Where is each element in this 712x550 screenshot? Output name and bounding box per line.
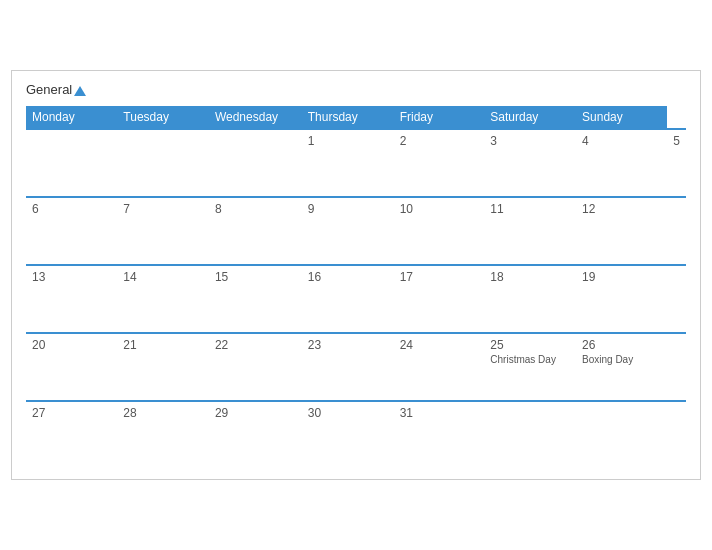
calendar-cell: 14 (117, 265, 209, 333)
weekday-header-tuesday: Tuesday (117, 106, 209, 129)
calendar-cell: 4 (576, 129, 667, 197)
day-number: 1 (308, 134, 388, 148)
calendar-cell: 2 (394, 129, 485, 197)
weekday-header-wednesday: Wednesday (209, 106, 302, 129)
day-number: 20 (32, 338, 111, 352)
week-row-0: 12345 (26, 129, 686, 197)
weekday-header-row: MondayTuesdayWednesdayThursdayFridaySatu… (26, 106, 686, 129)
event-label: Christmas Day (490, 354, 570, 365)
calendar-cell: 5 (667, 129, 686, 197)
day-number: 3 (490, 134, 570, 148)
calendar-header: General (26, 83, 686, 97)
day-number: 2 (400, 134, 479, 148)
day-number: 4 (582, 134, 661, 148)
day-number: 7 (123, 202, 203, 216)
event-label: Boxing Day (582, 354, 661, 365)
week-row-1: 6789101112 (26, 197, 686, 265)
calendar-cell (117, 129, 209, 197)
day-number: 28 (123, 406, 203, 420)
calendar-cell: 19 (576, 265, 667, 333)
logo-general-text: General (26, 83, 86, 97)
calendar-cell (484, 401, 576, 469)
day-number: 16 (308, 270, 388, 284)
day-number: 9 (308, 202, 388, 216)
calendar-cell: 11 (484, 197, 576, 265)
day-number: 8 (215, 202, 296, 216)
calendar-cell: 27 (26, 401, 117, 469)
calendar-cell: 7 (117, 197, 209, 265)
calendar-cell: 28 (117, 401, 209, 469)
calendar-cell: 13 (26, 265, 117, 333)
calendar-cell (26, 129, 117, 197)
weekday-header-thursday: Thursday (302, 106, 394, 129)
calendar-cell (209, 129, 302, 197)
day-number: 5 (673, 134, 680, 148)
day-number: 14 (123, 270, 203, 284)
day-number: 10 (400, 202, 479, 216)
week-row-4: 2728293031 (26, 401, 686, 469)
day-number: 30 (308, 406, 388, 420)
logo-area: General (26, 83, 86, 97)
day-number: 26 (582, 338, 661, 352)
day-number: 25 (490, 338, 570, 352)
calendar-cell: 29 (209, 401, 302, 469)
weekday-header-sunday: Sunday (576, 106, 667, 129)
week-row-2: 13141516171819 (26, 265, 686, 333)
calendar-cell (576, 401, 667, 469)
logo-triangle-icon (74, 86, 86, 96)
day-number: 24 (400, 338, 479, 352)
calendar-cell: 23 (302, 333, 394, 401)
day-number: 12 (582, 202, 661, 216)
weekday-header-saturday: Saturday (484, 106, 576, 129)
day-number: 6 (32, 202, 111, 216)
day-number: 27 (32, 406, 111, 420)
calendar-cell: 8 (209, 197, 302, 265)
calendar-cell: 30 (302, 401, 394, 469)
calendar-cell: 10 (394, 197, 485, 265)
calendar-cell: 21 (117, 333, 209, 401)
calendar-cell: 22 (209, 333, 302, 401)
day-number: 13 (32, 270, 111, 284)
day-number: 31 (400, 406, 479, 420)
calendar-grid: MondayTuesdayWednesdayThursdayFridaySatu… (26, 106, 686, 469)
day-number: 17 (400, 270, 479, 284)
calendar-cell: 18 (484, 265, 576, 333)
day-number: 22 (215, 338, 296, 352)
weekday-header-monday: Monday (26, 106, 117, 129)
calendar-cell: 16 (302, 265, 394, 333)
calendar-cell: 9 (302, 197, 394, 265)
day-number: 29 (215, 406, 296, 420)
day-number: 18 (490, 270, 570, 284)
day-number: 15 (215, 270, 296, 284)
week-row-3: 202122232425Christmas Day26Boxing Day (26, 333, 686, 401)
calendar-cell: 25Christmas Day (484, 333, 576, 401)
calendar-cell: 15 (209, 265, 302, 333)
calendar-cell: 31 (394, 401, 485, 469)
day-number: 11 (490, 202, 570, 216)
weekday-header-friday: Friday (394, 106, 485, 129)
calendar-cell: 24 (394, 333, 485, 401)
calendar-cell: 26Boxing Day (576, 333, 667, 401)
day-number: 19 (582, 270, 661, 284)
calendar-cell: 20 (26, 333, 117, 401)
calendar-cell: 17 (394, 265, 485, 333)
day-number: 21 (123, 338, 203, 352)
calendar-cell: 6 (26, 197, 117, 265)
calendar-container: General MondayTuesdayWednesdayThursdayFr… (11, 70, 701, 479)
calendar-cell: 1 (302, 129, 394, 197)
calendar-cell: 3 (484, 129, 576, 197)
day-number: 23 (308, 338, 388, 352)
calendar-cell: 12 (576, 197, 667, 265)
